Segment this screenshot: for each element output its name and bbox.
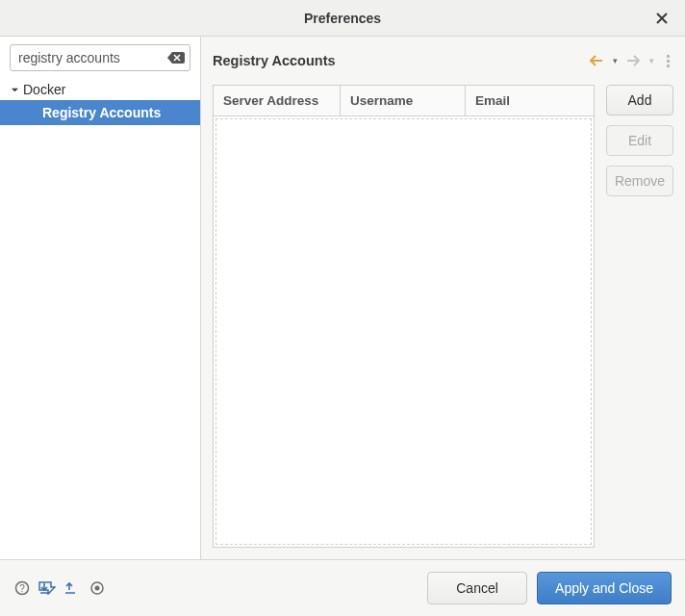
caret-down-icon — [10, 85, 19, 94]
apply-and-close-button[interactable]: Apply and Close — [537, 572, 672, 604]
nav-forward-menu[interactable]: ▾ — [647, 53, 656, 68]
svg-text:?: ? — [19, 583, 25, 594]
remove-button: Remove — [606, 166, 673, 196]
tree-item-registry-accounts[interactable]: Registry Accounts — [0, 100, 200, 125]
sidebar: Docker Registry Accounts — [0, 37, 201, 559]
dialog-footer: ? Cancel Apply and Close — [0, 560, 685, 616]
page-title: Registry Accounts — [213, 53, 589, 68]
preferences-tree: Docker Registry Accounts — [0, 77, 200, 559]
tree-node-label: Docker — [23, 82, 65, 97]
table-actions: Add Edit Remove — [606, 85, 673, 548]
nav-back-menu[interactable]: ▾ — [610, 53, 620, 68]
tree-item-label: Registry Accounts — [42, 105, 161, 120]
accounts-table: Server Address Username Email — [213, 85, 595, 548]
tree-node-docker[interactable]: Docker — [0, 79, 200, 100]
filter-search-wrap — [10, 44, 190, 71]
page-menu-icon[interactable] — [662, 55, 673, 67]
nav-back-icon[interactable] — [589, 53, 604, 68]
preference-page: Registry Accounts ▾ ▾ — [201, 37, 685, 559]
table-header: Server Address Username Email — [214, 86, 594, 116]
help-icon[interactable]: ? — [13, 579, 31, 597]
edit-button: Edit — [606, 125, 673, 156]
nav-forward-icon — [625, 53, 641, 68]
page-header: Registry Accounts ▾ ▾ — [213, 44, 673, 77]
col-server-address[interactable]: Server Address — [214, 86, 341, 116]
clear-search-icon[interactable] — [167, 51, 185, 64]
filter-search-input[interactable] — [10, 44, 190, 71]
export-icon[interactable] — [63, 579, 81, 597]
import-icon[interactable] — [38, 579, 56, 597]
svg-point-3 — [95, 586, 100, 591]
page-nav: ▾ ▾ — [589, 53, 673, 68]
footer-tools: ? — [13, 579, 419, 597]
title-bar: Preferences — [0, 0, 685, 37]
col-email[interactable]: Email — [466, 86, 594, 116]
add-button[interactable]: Add — [606, 85, 673, 116]
table-body-empty[interactable] — [216, 118, 592, 545]
col-username[interactable]: Username — [341, 86, 466, 116]
oomph-icon[interactable] — [89, 579, 106, 597]
cancel-button[interactable]: Cancel — [427, 572, 527, 604]
close-button[interactable] — [648, 0, 675, 37]
window-title: Preferences — [304, 11, 381, 26]
